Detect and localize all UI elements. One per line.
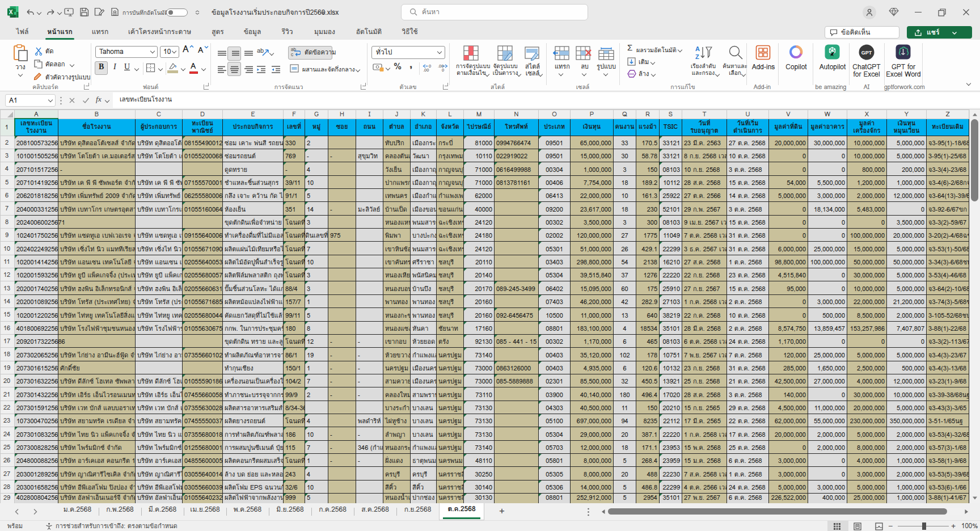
svg-text:0: 0 — [429, 64, 431, 69]
svg-text:.00: .00 — [423, 68, 429, 72]
svg-text:0: 0 — [442, 68, 444, 72]
svg-text:A: A — [695, 45, 700, 52]
svg-text:X: X — [9, 9, 13, 15]
svg-text:Z: Z — [695, 53, 699, 60]
svg-text:GPT: GPT — [861, 50, 872, 56]
